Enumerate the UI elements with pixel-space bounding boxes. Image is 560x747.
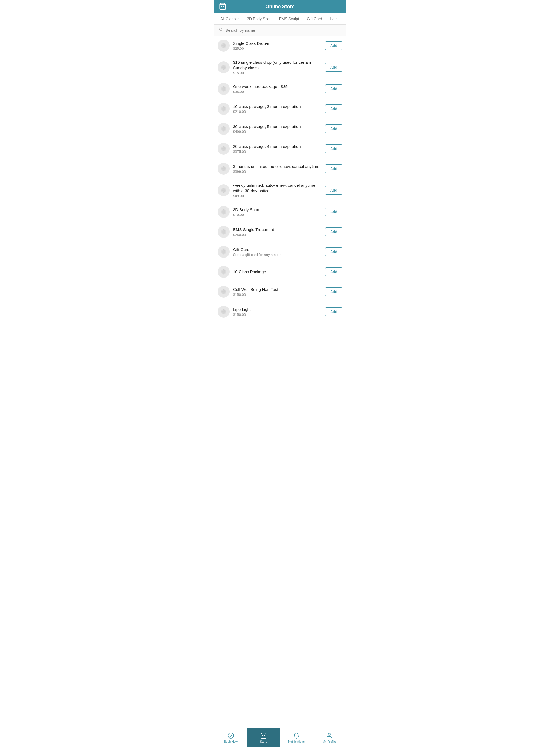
add-button[interactable]: Add (325, 186, 342, 195)
product-item: Lipo Light$150.00Add (214, 302, 346, 322)
add-button[interactable]: Add (325, 84, 342, 93)
product-item: weekly unlimited, auto-renew, cancel any… (214, 179, 346, 202)
product-info: EMS Single Treatment$250.00 (233, 227, 323, 237)
product-price: $499.00 (233, 130, 323, 134)
product-icon (218, 226, 230, 238)
product-price: $150.00 (233, 292, 323, 297)
product-icon (218, 266, 230, 278)
add-button[interactable]: Add (325, 63, 342, 72)
product-item: EMS Single Treatment$250.00Add (214, 222, 346, 242)
add-button[interactable]: Add (325, 208, 342, 216)
product-item: Single Class Drop-in$25.00Add (214, 36, 346, 56)
product-info: 3D Body Scan$10.00 (233, 207, 323, 217)
product-item: Gift CardSend a gift card for any amount… (214, 242, 346, 262)
search-bar (214, 25, 346, 36)
product-info: Single Class Drop-in$25.00 (233, 41, 323, 51)
product-name: Lipo Light (233, 307, 323, 312)
product-info: 10 class package, 3 month expiration$210… (233, 104, 323, 114)
product-info: 3 months unlimited, auto renew, cancel a… (233, 164, 323, 174)
product-name: 3D Body Scan (233, 207, 323, 212)
add-button[interactable]: Add (325, 104, 342, 113)
product-price: $210.00 (233, 110, 323, 114)
product-info: Gift CardSend a gift card for any amount (233, 247, 323, 257)
product-info: 10 Class Package (233, 269, 323, 275)
search-input[interactable] (225, 28, 341, 32)
product-name: 10 class package, 3 month expiration (233, 104, 323, 109)
product-item: 20 class package, 4 month expiration$375… (214, 139, 346, 159)
nav-tab-ems-sculpt[interactable]: EMS Sculpt (275, 14, 303, 24)
nav-tab-all-classes[interactable]: All Classes (217, 14, 243, 24)
product-icon (218, 286, 230, 298)
nav-tab-3d-body-scan[interactable]: 3D Body Scan (243, 14, 275, 24)
product-icon (218, 103, 230, 115)
product-name: 20 class package, 4 month expiration (233, 144, 323, 149)
product-item: 3D Body Scan$10.00Add (214, 202, 346, 222)
product-info: 30 class package, 5 month expiration$499… (233, 124, 323, 134)
product-item: Cell-Well Being Hair Test$150.00Add (214, 282, 346, 302)
nav-tab-hair[interactable]: Hair (326, 14, 341, 24)
add-button[interactable]: Add (325, 228, 342, 236)
product-price: $10.00 (233, 213, 323, 217)
add-button[interactable]: Add (325, 307, 342, 316)
product-name: Single Class Drop-in (233, 41, 323, 46)
product-name: Cell-Well Being Hair Test (233, 287, 323, 292)
product-price: $250.00 (233, 233, 323, 237)
product-icon (218, 206, 230, 218)
add-button[interactable]: Add (325, 41, 342, 50)
product-price: $375.00 (233, 150, 323, 154)
add-button[interactable]: Add (325, 164, 342, 173)
product-info: $15 single class drop (only used for cer… (233, 60, 323, 75)
product-icon (218, 306, 230, 318)
nav-tabs: All Classes3D Body ScanEMS SculptGift Ca… (214, 14, 346, 25)
product-name: Gift Card (233, 247, 323, 252)
product-name: $15 single class drop (only used for cer… (233, 60, 323, 70)
page-title: Online Store (265, 4, 295, 9)
product-subtitle: Send a gift card for any amount (233, 253, 323, 257)
product-item: 10 Class PackageAdd (214, 262, 346, 282)
product-icon (218, 246, 230, 258)
product-icon (218, 40, 230, 52)
product-info: Cell-Well Being Hair Test$150.00 (233, 287, 323, 297)
product-info: One week intro package - $35$35.00 (233, 84, 323, 94)
product-price: $150.00 (233, 312, 323, 317)
product-icon (218, 123, 230, 135)
product-name: weekly unlimited, auto-renew, cancel any… (233, 183, 323, 193)
product-name: 3 months unlimited, auto renew, cancel a… (233, 164, 323, 169)
product-icon (218, 83, 230, 95)
product-name: One week intro package - $35 (233, 84, 323, 89)
header-cart-icon[interactable] (219, 2, 226, 11)
product-item: One week intro package - $35$35.00Add (214, 79, 346, 99)
product-info: 20 class package, 4 month expiration$375… (233, 144, 323, 154)
product-icon (218, 184, 230, 196)
add-button[interactable]: Add (325, 248, 342, 256)
product-name: 30 class package, 5 month expiration (233, 124, 323, 129)
product-icon (218, 143, 230, 155)
product-item: 3 months unlimited, auto renew, cancel a… (214, 159, 346, 179)
product-item: $15 single class drop (only used for cer… (214, 56, 346, 79)
product-info: weekly unlimited, auto-renew, cancel any… (233, 183, 323, 198)
add-button[interactable]: Add (325, 267, 342, 276)
nav-tab-gift-card[interactable]: Gift Card (303, 14, 326, 24)
add-button[interactable]: Add (325, 124, 342, 133)
add-button[interactable]: Add (325, 145, 342, 153)
product-icon (218, 163, 230, 175)
product-price: $25.00 (233, 47, 323, 51)
svg-point-1 (220, 28, 222, 31)
product-name: EMS Single Treatment (233, 227, 323, 232)
product-price: $49.00 (233, 194, 323, 198)
svg-line-2 (222, 30, 223, 31)
product-list: Single Class Drop-in$25.00Add $15 single… (214, 36, 346, 344)
add-button[interactable]: Add (325, 287, 342, 296)
search-icon (219, 27, 223, 33)
header: Online Store (214, 0, 346, 14)
product-item: 30 class package, 5 month expiration$499… (214, 119, 346, 139)
product-price: $15.00 (233, 71, 323, 75)
product-price: $399.00 (233, 170, 323, 174)
product-icon (218, 61, 230, 73)
product-item: 10 class package, 3 month expiration$210… (214, 99, 346, 119)
product-info: Lipo Light$150.00 (233, 307, 323, 317)
product-price: $35.00 (233, 90, 323, 94)
product-name: 10 Class Package (233, 269, 323, 275)
